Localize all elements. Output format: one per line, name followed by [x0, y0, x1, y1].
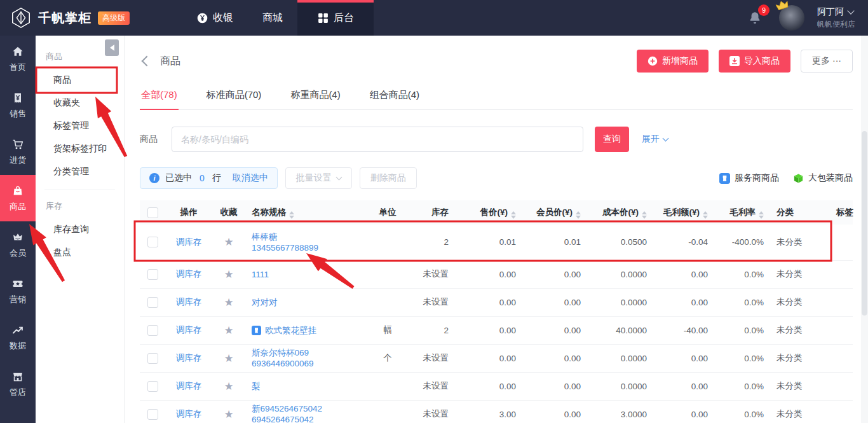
adjust-stock-link[interactable]: 调库存 [176, 409, 202, 419]
sidebar-item-marketing[interactable]: 营销 [0, 268, 36, 314]
submenu-item-favorites[interactable]: 收藏夹 [36, 92, 124, 114]
row-checkbox[interactable] [147, 297, 158, 308]
adjust-stock-link[interactable]: 调库存 [176, 237, 202, 247]
column-header-profit[interactable]: 毛利额(¥) [653, 200, 714, 225]
column-header-cost[interactable]: 成本价(¥) [587, 200, 653, 225]
legend-service-goods[interactable]: 服务商商品 [719, 172, 779, 184]
cell-member: 0.00 [522, 288, 587, 316]
sidebar-item-sales[interactable]: 销售 [0, 82, 36, 128]
batch-set-label: 批量设置 [296, 172, 332, 184]
goods-name-link[interactable]: 新6945264675042 [252, 403, 322, 414]
favorite-star-icon[interactable]: ★ [224, 408, 233, 420]
favorite-star-icon[interactable]: ★ [224, 236, 233, 248]
tab-all[interactable]: 全部(78) [140, 83, 179, 109]
adjust-stock-link[interactable]: 调库存 [176, 325, 202, 335]
row-checkbox[interactable] [147, 237, 158, 247]
select-all-checkbox[interactable] [147, 207, 158, 218]
more-button[interactable]: 更多 ··· [801, 50, 853, 73]
sort-caret-icon[interactable] [511, 211, 516, 219]
row-checkbox[interactable] [147, 409, 158, 420]
sort-caret-icon[interactable] [642, 211, 647, 219]
adjust-stock-link[interactable]: 调库存 [176, 269, 202, 279]
goods-code-link[interactable]: 13455667788899 [252, 242, 318, 253]
adjust-stock-link[interactable]: 调库存 [176, 297, 202, 307]
cell-profit: -40.00 [653, 316, 714, 344]
scrollbar-thumb[interactable] [862, 131, 867, 316]
user-menu[interactable]: 阿丁阿 帆帆便利店 [817, 6, 855, 29]
column-header-price[interactable]: 售价(¥) [455, 200, 522, 225]
column-header-action: 操作 [165, 200, 212, 225]
batch-set-button[interactable]: 批量设置 [285, 167, 352, 189]
sidebar-item-goods[interactable]: 商品 [0, 175, 36, 221]
top-nav-backend[interactable]: 后台 [297, 0, 374, 36]
sidebar-collapse-button[interactable] [105, 39, 119, 56]
goods-name-link[interactable]: 梨 [252, 381, 261, 392]
sort-caret-icon[interactable] [759, 211, 764, 219]
topbar-right: 9 阿丁阿 帆帆便利店 [747, 5, 855, 31]
sidebar-item-data[interactable]: 数据 [0, 314, 36, 361]
column-header-member[interactable]: 会员价(¥) [522, 200, 587, 225]
name-lines: 欧式繁花壁挂 [265, 325, 316, 336]
sidebar-item-home[interactable]: 首页 [0, 36, 36, 82]
favorite-star-icon[interactable]: ★ [224, 324, 233, 336]
goods-name-link[interactable]: 斯奈尔特杯069 [252, 347, 314, 358]
goods-name-link[interactable]: 棒棒糖 [252, 232, 318, 242]
sidebar-item-store[interactable]: 管店 [0, 361, 36, 407]
member-icon [11, 231, 24, 244]
plus-circle-icon [648, 56, 658, 66]
vertical-scrollbar[interactable] [861, 36, 868, 423]
tab-standard[interactable]: 标准商品(70) [205, 83, 263, 109]
collapse-arrow-icon [110, 45, 114, 51]
notification-bell[interactable]: 9 [747, 10, 763, 25]
submenu-item-tag-manage[interactable]: 标签管理 [36, 114, 124, 137]
name-lines: 斯奈尔特杯0696936446900069 [252, 347, 314, 369]
import-goods-button[interactable]: 导入商品 [719, 50, 790, 73]
import-icon [729, 56, 740, 66]
column-header-name[interactable]: 名称规格 [245, 200, 370, 225]
row-checkbox[interactable] [147, 269, 158, 280]
goods-name-link[interactable]: 欧式繁花壁挂 [265, 325, 316, 336]
row-checkbox[interactable] [147, 353, 158, 364]
goods-code-link[interactable]: 6945264675042 [252, 414, 322, 423]
sort-caret-icon[interactable] [576, 211, 581, 219]
sidebar-item-member[interactable]: 会员 [0, 221, 36, 268]
row-checkbox[interactable] [147, 381, 158, 392]
adjust-stock-link[interactable]: 调库存 [176, 353, 202, 363]
avatar[interactable] [779, 5, 804, 31]
adjust-stock-link[interactable]: 调库存 [176, 381, 202, 391]
column-header-margin[interactable]: 毛利率 [714, 200, 770, 225]
column-header-select[interactable] [140, 200, 165, 225]
submenu-item-stock-query[interactable]: 库存查询 [36, 218, 124, 241]
submenu-item-goods[interactable]: 商品 [36, 69, 124, 92]
clear-selection-link[interactable]: 取消选中 [233, 172, 268, 184]
page-header: 商品 新增商品导入商品更多 ··· [140, 50, 853, 73]
sort-caret-icon[interactable] [289, 211, 294, 219]
submenu-item-shelf-label-print[interactable]: 货架标签打印 [36, 137, 124, 160]
expand-link[interactable]: 展开 [642, 134, 668, 145]
table-row: 调库存★欧式繁花壁挂幅20.000.0040.0000-40.000.0%未分类 [140, 316, 853, 344]
goods-code-link[interactable]: 6936446900069 [252, 358, 314, 369]
sort-caret-icon[interactable] [703, 211, 708, 219]
legend-bulk-goods[interactable]: 大包装商品 [793, 172, 853, 184]
name-lines: 梨 [252, 381, 261, 392]
top-nav-mall[interactable]: 商城 [248, 0, 297, 36]
add-goods-button[interactable]: 新增商品 [637, 50, 709, 73]
search-row: 商品 查询 展开 [140, 127, 853, 152]
delete-goods-button[interactable]: 删除商品 [360, 167, 417, 189]
submenu-item-stocktake[interactable]: 盘点 [36, 241, 124, 264]
back-button[interactable] [140, 55, 151, 67]
tab-weighed[interactable]: 称重商品(4) [289, 83, 341, 109]
favorite-star-icon[interactable]: ★ [224, 268, 233, 281]
favorite-star-icon[interactable]: ★ [224, 380, 233, 392]
search-button[interactable]: 查询 [595, 127, 629, 152]
goods-name-link[interactable]: 对对对 [252, 297, 278, 308]
favorite-star-icon[interactable]: ★ [224, 352, 233, 364]
top-nav-cashier[interactable]: 收银 [182, 0, 248, 36]
favorite-star-icon[interactable]: ★ [224, 296, 233, 309]
row-checkbox[interactable] [147, 325, 158, 336]
search-input[interactable] [172, 127, 583, 152]
sidebar-item-purchase[interactable]: 进货 [0, 128, 36, 175]
tab-combo[interactable]: 组合商品(4) [369, 83, 421, 109]
submenu-item-category-manage[interactable]: 分类管理 [36, 160, 124, 183]
goods-name-link[interactable]: 1111 [252, 269, 269, 280]
